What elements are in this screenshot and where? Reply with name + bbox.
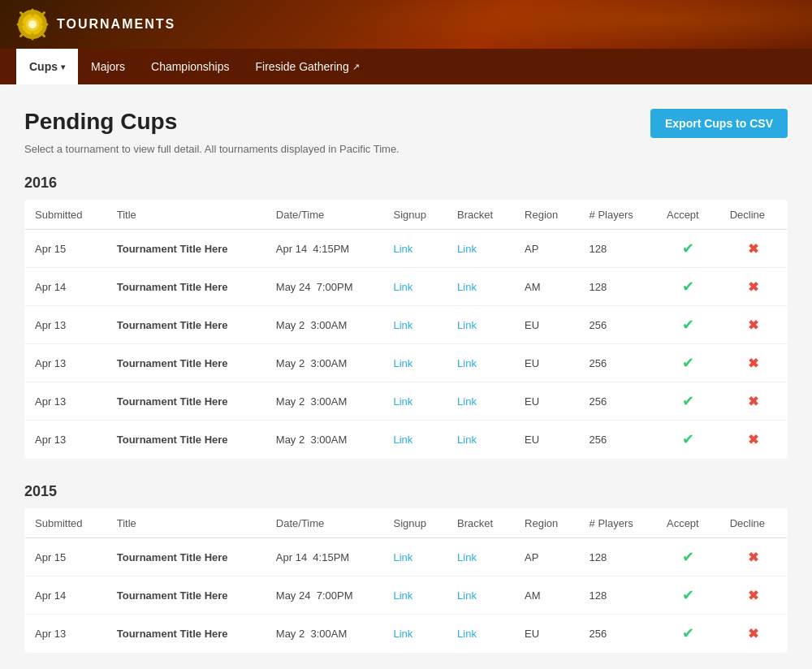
- bracket-link[interactable]: Link: [457, 319, 477, 331]
- year-section-2016: 2016 Submitted Title Date/Time Signup Br…: [24, 175, 788, 459]
- cell-signup[interactable]: Link: [383, 421, 447, 459]
- decline-icon[interactable]: ✖: [748, 395, 758, 408]
- main-content: Pending Cups Export Cups to CSV Select a…: [0, 84, 812, 669]
- table-row: Apr 13 Tournament Title Here May 2 3:00A…: [25, 306, 788, 344]
- year-section-2015: 2015 Submitted Title Date/Time Signup Br…: [24, 483, 788, 653]
- decline-icon[interactable]: ✖: [748, 550, 758, 564]
- cell-bracket[interactable]: Link: [447, 344, 515, 382]
- cell-signup[interactable]: Link: [383, 344, 447, 382]
- cell-title[interactable]: Tournament Title Here: [107, 576, 266, 615]
- signup-link[interactable]: Link: [393, 281, 412, 293]
- col-region: Region: [515, 509, 580, 538]
- cell-players: 128: [580, 230, 657, 268]
- accept-icon[interactable]: ✔: [682, 549, 694, 565]
- cell-decline: ✖: [720, 382, 788, 421]
- cell-datetime: May 24 7:00PM: [266, 576, 384, 615]
- cell-bracket[interactable]: Link: [447, 268, 515, 306]
- decline-icon[interactable]: ✖: [748, 242, 758, 256]
- cell-bracket[interactable]: Link: [447, 382, 515, 421]
- cell-datetime: May 24 7:00PM: [266, 268, 384, 306]
- cell-accept: ✔: [657, 268, 720, 306]
- accept-icon[interactable]: ✔: [682, 393, 694, 409]
- col-submitted: Submitted: [25, 201, 107, 230]
- cell-accept: ✔: [657, 615, 720, 653]
- cell-title[interactable]: Tournament Title Here: [107, 615, 266, 653]
- nav-item-cups[interactable]: Cups ▾: [16, 49, 78, 84]
- accept-icon[interactable]: ✔: [682, 317, 694, 333]
- cell-title[interactable]: Tournament Title Here: [107, 306, 266, 344]
- cell-bracket[interactable]: Link: [447, 230, 515, 268]
- page-title: Pending Cups: [24, 109, 177, 135]
- decline-icon[interactable]: ✖: [748, 356, 758, 370]
- accept-icon[interactable]: ✔: [682, 355, 694, 371]
- cell-signup[interactable]: Link: [383, 538, 447, 576]
- accept-icon[interactable]: ✔: [682, 587, 694, 603]
- col-region: Region: [515, 201, 580, 230]
- nav-item-majors[interactable]: Majors: [78, 49, 138, 84]
- export-button[interactable]: Export Cups to CSV: [650, 109, 788, 138]
- cell-players: 256: [580, 615, 657, 653]
- nav-item-championships[interactable]: Championships: [138, 49, 243, 84]
- signup-link[interactable]: Link: [393, 434, 412, 446]
- cell-submitted: Apr 13: [25, 306, 107, 344]
- signup-link[interactable]: Link: [393, 551, 412, 563]
- cell-bracket[interactable]: Link: [447, 615, 515, 653]
- nav-item-fireside[interactable]: Fireside Gathering ↗: [243, 49, 373, 84]
- cell-players: 256: [580, 421, 657, 459]
- cell-signup[interactable]: Link: [383, 576, 447, 615]
- table-row: Apr 14 Tournament Title Here May 24 7:00…: [25, 268, 788, 306]
- cell-title[interactable]: Tournament Title Here: [107, 538, 266, 576]
- signup-link[interactable]: Link: [393, 243, 412, 255]
- col-decline: Decline: [720, 509, 788, 538]
- cell-bracket[interactable]: Link: [447, 538, 515, 576]
- page-header: Pending Cups Export Cups to CSV: [24, 109, 788, 138]
- cell-title[interactable]: Tournament Title Here: [107, 268, 266, 306]
- cell-signup[interactable]: Link: [383, 615, 447, 653]
- signup-link[interactable]: Link: [393, 628, 412, 640]
- cell-title[interactable]: Tournament Title Here: [107, 230, 266, 268]
- bracket-link[interactable]: Link: [457, 551, 477, 563]
- decline-icon[interactable]: ✖: [748, 318, 758, 332]
- cell-title[interactable]: Tournament Title Here: [107, 421, 266, 459]
- signup-link[interactable]: Link: [393, 357, 412, 369]
- year-label-2015: 2015: [24, 483, 788, 500]
- bracket-link[interactable]: Link: [457, 434, 477, 446]
- cell-bracket[interactable]: Link: [447, 576, 515, 615]
- signup-link[interactable]: Link: [393, 319, 412, 331]
- table-row: Apr 15 Tournament Title Here Apr 14 4:15…: [25, 538, 788, 576]
- cell-accept: ✔: [657, 382, 720, 421]
- decline-icon[interactable]: ✖: [748, 589, 758, 602]
- cell-accept: ✔: [657, 230, 720, 268]
- col-players: # Players: [580, 201, 657, 230]
- bracket-link[interactable]: Link: [457, 395, 477, 408]
- cell-title[interactable]: Tournament Title Here: [107, 344, 266, 382]
- bracket-link[interactable]: Link: [457, 281, 477, 293]
- table-row: Apr 13 Tournament Title Here May 2 3:00A…: [25, 382, 788, 421]
- signup-link[interactable]: Link: [393, 395, 412, 408]
- cell-signup[interactable]: Link: [383, 268, 447, 306]
- cell-players: 128: [580, 538, 657, 576]
- cell-signup[interactable]: Link: [383, 230, 447, 268]
- cell-datetime: Apr 14 4:15PM: [266, 538, 384, 576]
- cell-accept: ✔: [657, 421, 720, 459]
- decline-icon[interactable]: ✖: [748, 433, 758, 447]
- accept-icon[interactable]: ✔: [682, 625, 694, 641]
- bracket-link[interactable]: Link: [457, 357, 477, 369]
- accept-icon[interactable]: ✔: [682, 278, 694, 295]
- decline-icon[interactable]: ✖: [748, 627, 758, 641]
- accept-icon[interactable]: ✔: [682, 431, 694, 447]
- accept-icon[interactable]: ✔: [682, 240, 694, 257]
- cell-title[interactable]: Tournament Title Here: [107, 382, 266, 421]
- tournament-table-2015: Submitted Title Date/Time Signup Bracket…: [24, 508, 788, 653]
- bracket-link[interactable]: Link: [457, 589, 477, 602]
- cell-decline: ✖: [720, 230, 788, 268]
- bracket-link[interactable]: Link: [457, 628, 477, 640]
- cell-signup[interactable]: Link: [383, 382, 447, 421]
- decline-icon[interactable]: ✖: [748, 280, 758, 294]
- bracket-link[interactable]: Link: [457, 243, 477, 255]
- cell-bracket[interactable]: Link: [447, 306, 515, 344]
- col-players: # Players: [580, 509, 657, 538]
- cell-bracket[interactable]: Link: [447, 421, 515, 459]
- cell-signup[interactable]: Link: [383, 306, 447, 344]
- signup-link[interactable]: Link: [393, 589, 412, 602]
